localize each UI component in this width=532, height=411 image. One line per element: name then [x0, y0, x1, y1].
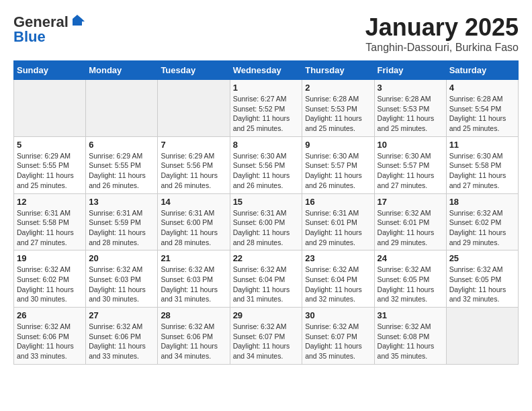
calendar-header-tuesday: Tuesday [158, 61, 230, 80]
day-info: Sunrise: 6:30 AM Sunset: 5:57 PM Dayligh… [305, 151, 371, 191]
day-info: Sunrise: 6:29 AM Sunset: 5:56 PM Dayligh… [161, 151, 226, 191]
day-number: 24 [378, 253, 443, 263]
calendar-week-row: 5Sunrise: 6:29 AM Sunset: 5:55 PM Daylig… [14, 136, 519, 193]
day-number: 30 [305, 310, 371, 320]
calendar-cell: 10Sunrise: 6:30 AM Sunset: 5:57 PM Dayli… [374, 136, 446, 193]
day-info: Sunrise: 6:31 AM Sunset: 5:59 PM Dayligh… [89, 208, 154, 248]
calendar-cell: 22Sunrise: 6:32 AM Sunset: 6:04 PM Dayli… [230, 250, 302, 308]
calendar-cell: 15Sunrise: 6:31 AM Sunset: 6:00 PM Dayli… [230, 193, 302, 250]
day-number: 27 [89, 310, 154, 320]
calendar-cell: 6Sunrise: 6:29 AM Sunset: 5:55 PM Daylig… [86, 136, 158, 193]
calendar-cell: 18Sunrise: 6:32 AM Sunset: 6:02 PM Dayli… [446, 193, 518, 250]
calendar-header-friday: Friday [374, 61, 446, 80]
day-info: Sunrise: 6:32 AM Sunset: 6:06 PM Dayligh… [17, 322, 83, 361]
day-number: 28 [161, 310, 226, 320]
calendar-week-row: 12Sunrise: 6:31 AM Sunset: 5:58 PM Dayli… [14, 193, 519, 250]
calendar-cell: 27Sunrise: 6:32 AM Sunset: 6:06 PM Dayli… [86, 308, 158, 365]
day-info: Sunrise: 6:28 AM Sunset: 5:54 PM Dayligh… [449, 94, 515, 134]
day-number: 16 [305, 197, 371, 207]
day-number: 7 [161, 140, 226, 150]
calendar-cell: 20Sunrise: 6:32 AM Sunset: 6:03 PM Dayli… [86, 250, 158, 308]
calendar-week-row: 1Sunrise: 6:27 AM Sunset: 5:52 PM Daylig… [14, 80, 519, 137]
day-info: Sunrise: 6:27 AM Sunset: 5:52 PM Dayligh… [233, 94, 300, 134]
calendar-cell: 30Sunrise: 6:32 AM Sunset: 6:07 PM Dayli… [302, 308, 374, 365]
day-info: Sunrise: 6:30 AM Sunset: 5:57 PM Dayligh… [378, 151, 443, 191]
day-number: 1 [233, 83, 300, 93]
day-number: 3 [378, 83, 443, 93]
calendar-cell: 4Sunrise: 6:28 AM Sunset: 5:54 PM Daylig… [446, 80, 518, 137]
day-number: 23 [305, 253, 371, 263]
svg-marker-0 [73, 15, 82, 26]
day-info: Sunrise: 6:29 AM Sunset: 5:55 PM Dayligh… [17, 151, 83, 191]
logo-blue-text: Blue [13, 28, 46, 46]
day-info: Sunrise: 6:32 AM Sunset: 6:07 PM Dayligh… [305, 322, 371, 361]
calendar-cell [14, 80, 86, 137]
day-number: 4 [449, 83, 515, 93]
calendar-header-wednesday: Wednesday [230, 61, 302, 80]
day-number: 17 [378, 197, 443, 207]
day-info: Sunrise: 6:30 AM Sunset: 5:58 PM Dayligh… [449, 151, 515, 191]
day-info: Sunrise: 6:29 AM Sunset: 5:55 PM Dayligh… [89, 151, 154, 191]
day-number: 22 [233, 253, 300, 263]
day-number: 6 [89, 140, 154, 150]
day-number: 29 [233, 310, 300, 320]
day-info: Sunrise: 6:28 AM Sunset: 5:53 PM Dayligh… [378, 94, 443, 134]
calendar-cell: 29Sunrise: 6:32 AM Sunset: 6:07 PM Dayli… [230, 308, 302, 365]
calendar-cell: 21Sunrise: 6:32 AM Sunset: 6:03 PM Dayli… [158, 250, 230, 308]
day-info: Sunrise: 6:32 AM Sunset: 6:04 PM Dayligh… [305, 265, 371, 304]
day-number: 18 [449, 197, 515, 207]
page-header: General Blue January 2025 Tanghin-Dassou… [13, 13, 519, 54]
calendar-cell: 14Sunrise: 6:31 AM Sunset: 6:00 PM Dayli… [158, 193, 230, 250]
calendar-cell: 7Sunrise: 6:29 AM Sunset: 5:56 PM Daylig… [158, 136, 230, 193]
calendar-cell: 28Sunrise: 6:32 AM Sunset: 6:06 PM Dayli… [158, 308, 230, 365]
day-info: Sunrise: 6:31 AM Sunset: 6:00 PM Dayligh… [233, 208, 300, 248]
day-info: Sunrise: 6:31 AM Sunset: 5:58 PM Dayligh… [17, 208, 83, 248]
calendar-cell: 26Sunrise: 6:32 AM Sunset: 6:06 PM Dayli… [14, 308, 86, 365]
calendar-cell [158, 80, 230, 137]
day-number: 9 [305, 140, 371, 150]
logo: General Blue [13, 13, 85, 46]
location-title: Tanghin-Dassouri, Burkina Faso [365, 42, 519, 54]
day-info: Sunrise: 6:32 AM Sunset: 6:03 PM Dayligh… [161, 265, 226, 304]
calendar-cell: 17Sunrise: 6:32 AM Sunset: 6:01 PM Dayli… [374, 193, 446, 250]
day-info: Sunrise: 6:31 AM Sunset: 6:01 PM Dayligh… [305, 208, 371, 248]
calendar-header-row: SundayMondayTuesdayWednesdayThursdayFrid… [14, 61, 519, 80]
calendar-cell: 19Sunrise: 6:32 AM Sunset: 6:02 PM Dayli… [14, 250, 86, 308]
day-number: 5 [17, 140, 83, 150]
month-title: January 2025 [365, 13, 519, 42]
calendar-cell: 3Sunrise: 6:28 AM Sunset: 5:53 PM Daylig… [374, 80, 446, 137]
day-info: Sunrise: 6:32 AM Sunset: 6:06 PM Dayligh… [161, 322, 226, 361]
day-info: Sunrise: 6:32 AM Sunset: 6:03 PM Dayligh… [89, 265, 154, 304]
day-info: Sunrise: 6:32 AM Sunset: 6:02 PM Dayligh… [449, 208, 515, 248]
calendar-cell: 9Sunrise: 6:30 AM Sunset: 5:57 PM Daylig… [302, 136, 374, 193]
calendar-cell: 23Sunrise: 6:32 AM Sunset: 6:04 PM Dayli… [302, 250, 374, 308]
calendar-cell: 25Sunrise: 6:32 AM Sunset: 6:05 PM Dayli… [446, 250, 518, 308]
calendar-cell: 24Sunrise: 6:32 AM Sunset: 6:05 PM Dayli… [374, 250, 446, 308]
day-number: 21 [161, 253, 226, 263]
day-info: Sunrise: 6:32 AM Sunset: 6:05 PM Dayligh… [378, 265, 443, 304]
day-info: Sunrise: 6:32 AM Sunset: 6:01 PM Dayligh… [378, 208, 443, 248]
calendar-cell: 5Sunrise: 6:29 AM Sunset: 5:55 PM Daylig… [14, 136, 86, 193]
calendar-cell: 2Sunrise: 6:28 AM Sunset: 5:53 PM Daylig… [302, 80, 374, 137]
calendar-cell: 11Sunrise: 6:30 AM Sunset: 5:58 PM Dayli… [446, 136, 518, 193]
day-number: 26 [17, 310, 83, 320]
day-info: Sunrise: 6:32 AM Sunset: 6:02 PM Dayligh… [17, 265, 83, 304]
day-number: 14 [161, 197, 226, 207]
calendar-header-saturday: Saturday [446, 61, 518, 80]
calendar-week-row: 26Sunrise: 6:32 AM Sunset: 6:06 PM Dayli… [14, 308, 519, 365]
calendar-header-sunday: Sunday [14, 61, 86, 80]
day-number: 10 [378, 140, 443, 150]
day-info: Sunrise: 6:30 AM Sunset: 5:56 PM Dayligh… [233, 151, 300, 191]
logo-icon [70, 13, 85, 28]
day-info: Sunrise: 6:28 AM Sunset: 5:53 PM Dayligh… [305, 94, 371, 134]
calendar-header-thursday: Thursday [302, 61, 374, 80]
day-number: 2 [305, 83, 371, 93]
title-block: January 2025 Tanghin-Dassouri, Burkina F… [365, 13, 519, 54]
day-number: 12 [17, 197, 83, 207]
day-info: Sunrise: 6:32 AM Sunset: 6:08 PM Dayligh… [378, 322, 443, 361]
calendar-cell: 8Sunrise: 6:30 AM Sunset: 5:56 PM Daylig… [230, 136, 302, 193]
calendar-cell [446, 308, 518, 365]
calendar-cell: 31Sunrise: 6:32 AM Sunset: 6:08 PM Dayli… [374, 308, 446, 365]
calendar-header-monday: Monday [86, 61, 158, 80]
day-number: 11 [449, 140, 515, 150]
